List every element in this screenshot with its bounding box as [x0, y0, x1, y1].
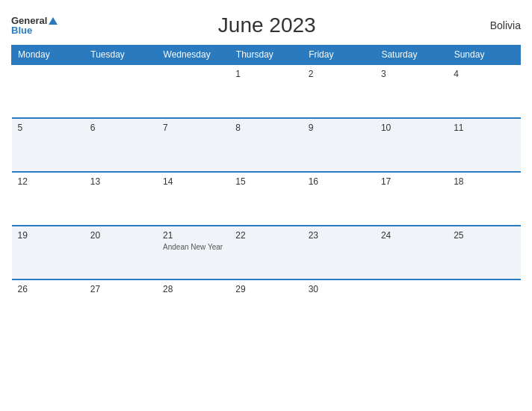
weekday-header-row: Monday Tuesday Wednesday Thursday Friday… [12, 46, 521, 65]
calendar-cell: 23 [303, 226, 375, 279]
calendar-cell: 5 [12, 118, 84, 172]
calendar-grid: Monday Tuesday Wednesday Thursday Friday… [11, 45, 521, 333]
day-number: 26 [18, 284, 78, 294]
calendar-cell: 2 [303, 64, 375, 118]
header-wednesday: Wednesday [157, 46, 229, 65]
day-number: 14 [163, 176, 223, 187]
header-saturday: Saturday [375, 46, 448, 65]
event-label: Andean New Year [163, 242, 223, 252]
logo-triangle-icon [49, 17, 58, 25]
day-number: 19 [18, 230, 78, 241]
calendar-cell [84, 64, 157, 118]
calendar-cell: 4 [448, 64, 520, 118]
day-number: 30 [309, 284, 369, 294]
calendar-cell: 17 [375, 172, 448, 226]
calendar-cell: 22 [229, 226, 302, 279]
day-number: 1 [235, 69, 296, 79]
day-number: 10 [381, 123, 442, 133]
day-number: 28 [163, 284, 223, 294]
calendar-cell: 8 [229, 118, 302, 172]
calendar-cell: 9 [303, 118, 375, 172]
calendar-cell: 6 [84, 118, 157, 172]
calendar-cell [448, 279, 520, 333]
day-number: 4 [454, 69, 514, 79]
day-number: 29 [235, 284, 296, 294]
calendar-row: 2627282930 [12, 279, 521, 333]
calendar-cell: 30 [303, 279, 375, 333]
calendar-title: June 2023 [58, 13, 476, 37]
calendar-cell: 29 [229, 279, 302, 333]
calendar-container: General Blue June 2023 Bolivia Monday Tu… [0, 0, 532, 411]
day-number: 17 [381, 176, 442, 187]
day-number: 7 [163, 123, 223, 133]
header-friday: Friday [303, 46, 375, 65]
day-number: 6 [90, 123, 151, 133]
calendar-row: 567891011 [12, 118, 521, 172]
day-number: 20 [90, 230, 151, 241]
calendar-cell: 25 [448, 226, 520, 279]
calendar-cell: 28 [157, 279, 229, 333]
calendar-cell: 7 [157, 118, 229, 172]
day-number: 12 [18, 176, 78, 187]
calendar-cell: 10 [375, 118, 448, 172]
day-number: 5 [18, 123, 78, 133]
calendar-cell: 21Andean New Year [157, 226, 229, 279]
day-number: 3 [381, 69, 442, 79]
day-number: 21 [163, 230, 223, 241]
calendar-cell [157, 64, 229, 118]
header-monday: Monday [12, 46, 84, 65]
logo: General Blue [11, 16, 58, 35]
calendar-cell: 3 [375, 64, 448, 118]
logo-blue-text: Blue [11, 25, 32, 35]
calendar-cell: 11 [448, 118, 520, 172]
day-number: 8 [235, 123, 296, 133]
header-thursday: Thursday [229, 46, 302, 65]
calendar-header: General Blue June 2023 Bolivia [11, 7, 521, 45]
calendar-cell: 27 [84, 279, 157, 333]
calendar-cell: 12 [12, 172, 84, 226]
day-number: 25 [454, 230, 514, 241]
day-number: 22 [235, 230, 296, 241]
calendar-cell [375, 279, 448, 333]
header-sunday: Sunday [448, 46, 520, 65]
calendar-cell: 15 [229, 172, 302, 226]
country-label: Bolivia [476, 19, 521, 31]
day-number: 24 [381, 230, 442, 241]
day-number: 9 [309, 123, 369, 133]
calendar-row: 1234 [12, 64, 521, 118]
calendar-cell: 18 [448, 172, 520, 226]
day-number: 16 [309, 176, 369, 187]
day-number: 23 [309, 230, 369, 241]
calendar-cell: 14 [157, 172, 229, 226]
header-tuesday: Tuesday [84, 46, 157, 65]
calendar-cell: 19 [12, 226, 84, 279]
calendar-cell [12, 64, 84, 118]
calendar-row: 12131415161718 [12, 172, 521, 226]
day-number: 13 [90, 176, 151, 187]
day-number: 18 [454, 176, 514, 187]
day-number: 27 [90, 284, 151, 294]
calendar-cell: 13 [84, 172, 157, 226]
calendar-cell: 26 [12, 279, 84, 333]
calendar-row: 192021Andean New Year22232425 [12, 226, 521, 279]
day-number: 2 [309, 69, 369, 79]
calendar-cell: 16 [303, 172, 375, 226]
calendar-cell: 20 [84, 226, 157, 279]
calendar-cell: 1 [229, 64, 302, 118]
calendar-cell: 24 [375, 226, 448, 279]
day-number: 15 [235, 176, 296, 187]
day-number: 11 [454, 123, 514, 133]
